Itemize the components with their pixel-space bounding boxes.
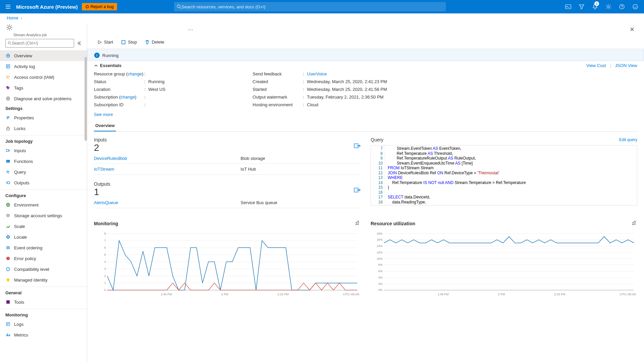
more-menu[interactable]: ⋯: [188, 26, 194, 33]
essentials-row: Subscription ID:: [94, 102, 165, 107]
svg-text:1: 1: [104, 281, 106, 285]
add-output-button[interactable]: [354, 187, 361, 193]
menu-item-query[interactable]: Query: [0, 167, 87, 177]
inputs-icon: [5, 148, 11, 153]
start-button[interactable]: Start: [94, 38, 116, 46]
storage-icon: [5, 213, 11, 218]
compat-icon: [5, 266, 11, 272]
io-name[interactable]: IoTStream: [94, 164, 240, 175]
svg-point-11: [7, 55, 9, 56]
essentials-row: Hosting environment:Cloud: [253, 102, 387, 107]
mi-icon: [5, 277, 11, 283]
view-cost-link[interactable]: View Cost: [586, 63, 606, 68]
query-editor[interactable]: 7 8 9 10 11 12 13 14 15 16 17 18 19 Stre…: [371, 145, 637, 205]
directory-filter-icon[interactable]: [576, 0, 588, 13]
menu-item-access-control-iam-[interactable]: Access control (IAM): [0, 72, 87, 82]
pin-monitoring-button[interactable]: [355, 220, 361, 227]
stop-button[interactable]: Stop: [118, 38, 140, 46]
top-bar: Microsoft Azure (Preview) Report a bug 1: [0, 0, 644, 13]
svg-text:8: 8: [104, 232, 106, 235]
iam-icon: [5, 74, 11, 80]
menu-item-locks[interactable]: Locks: [0, 123, 87, 134]
essentials-row: Created:Wednesday, March 25, 2020, 2:41:…: [253, 79, 387, 84]
collapse-menu-button[interactable]: [76, 40, 83, 47]
change-link[interactable]: change: [127, 71, 142, 76]
menu-item-metrics[interactable]: Metrics: [0, 329, 87, 340]
search-icon: [177, 4, 181, 9]
chevron-right-icon: ›: [21, 15, 22, 20]
menu-item-functions[interactable]: fxFunctions: [0, 156, 87, 167]
hamburger-menu[interactable]: [3, 1, 13, 12]
menu-item-activity-log[interactable]: Activity log: [0, 61, 87, 72]
outputs-title: Outputs: [94, 181, 110, 187]
essentials-row: Status:Running: [94, 79, 165, 84]
menu-item-overview[interactable]: Overview: [0, 50, 87, 61]
menu-item-compatibility-level[interactable]: Compatibility level: [0, 264, 87, 275]
tools-icon: [5, 299, 11, 305]
add-input-button[interactable]: [354, 142, 361, 149]
menu-item-scale[interactable]: Scale: [0, 221, 87, 232]
query-title: Query: [371, 137, 383, 142]
json-view-link[interactable]: JSON View: [615, 63, 637, 68]
menu-item-diagnose-and-solve-problems[interactable]: Diagnose and solve problems: [0, 93, 87, 104]
global-search[interactable]: [174, 2, 446, 11]
close-blade-button[interactable]: ✕: [627, 24, 637, 35]
tags-icon: [5, 85, 11, 90]
io-name[interactable]: DeviceRulesBlob: [94, 153, 240, 164]
notifications-icon[interactable]: 1: [589, 0, 601, 13]
utilization-chart[interactable]: 0%2%4%6%8%10%12%14%16%18%1:45 PM2 PM2:15…: [371, 230, 637, 297]
query-header: Query Edit query: [371, 137, 637, 142]
breadcrumb-home[interactable]: Home: [7, 15, 18, 20]
metrics-icon: [5, 332, 11, 338]
menu-item-environment[interactable]: Environment: [0, 199, 87, 210]
logs-icon: [5, 321, 11, 327]
outputs-table: AlertsQueueService Bus queue: [94, 197, 361, 208]
pin-utilization-button[interactable]: [632, 220, 637, 227]
svg-text:10%: 10%: [377, 257, 383, 260]
global-search-input[interactable]: [181, 4, 443, 9]
menu-search[interactable]: [5, 39, 74, 48]
io-type: IoT Hub: [240, 164, 361, 175]
settings-icon[interactable]: [602, 0, 614, 13]
menu-item-logs[interactable]: Logs: [0, 319, 87, 329]
svg-rect-2: [566, 5, 571, 9]
feedback-icon[interactable]: [629, 0, 641, 13]
menu-search-input[interactable]: [12, 41, 72, 46]
azure-logo[interactable]: Microsoft Azure (Preview): [16, 4, 78, 10]
tab-overview[interactable]: Overview: [94, 120, 116, 131]
report-bug-button[interactable]: Report a bug: [82, 3, 117, 10]
svg-point-9: [8, 42, 10, 44]
essentials-link[interactable]: UserVoice: [307, 71, 327, 76]
io-type: Service Bus queue: [240, 197, 361, 208]
io-name[interactable]: AlertsQueue: [94, 197, 240, 208]
menu-item-inputs[interactable]: Inputs: [0, 145, 87, 156]
menu-section: Settings: [0, 104, 87, 112]
edit-query-link[interactable]: Edit query: [619, 137, 637, 142]
menu-item-outputs[interactable]: Outputs: [0, 177, 87, 188]
outputs-count: 1: [94, 187, 110, 197]
svg-text:14%: 14%: [377, 244, 383, 248]
delete-button[interactable]: Delete: [142, 38, 168, 46]
menu-item-tools[interactable]: Tools: [0, 297, 87, 307]
help-icon[interactable]: [616, 0, 628, 13]
chevron-up-icon: [94, 64, 98, 68]
monitoring-chart[interactable]: 0123456781:45 PM2 PM2:15 PMUTC-05:00: [94, 230, 361, 297]
resource-menu: Stream Analytics job OverviewActivity lo…: [0, 23, 87, 362]
menu-item-error-policy[interactable]: Error policy: [0, 253, 87, 264]
essentials-toggle[interactable]: Essentials: [94, 63, 121, 68]
menu-item-managed-identity[interactable]: Managed Identity: [0, 275, 87, 285]
inputs-count: 2: [94, 142, 107, 153]
change-link[interactable]: change: [120, 95, 135, 100]
see-more-link[interactable]: See more: [94, 110, 113, 120]
menu-item-event-ordering[interactable]: Event ordering: [0, 242, 87, 253]
log-icon: [5, 64, 11, 69]
menu-item-properties[interactable]: Properties: [0, 112, 87, 123]
menu-item-locale[interactable]: Locale: [0, 232, 87, 242]
cloud-shell-icon[interactable]: [562, 0, 574, 13]
svg-text:8%: 8%: [378, 263, 383, 266]
info-icon: i: [94, 53, 100, 58]
status-bar: i Running: [87, 50, 644, 61]
menu-item-storage-account-settings[interactable]: Storage account settings: [0, 210, 87, 221]
menu-item-tags[interactable]: Tags: [0, 82, 87, 93]
menu-scrollbar[interactable]: [85, 57, 87, 141]
